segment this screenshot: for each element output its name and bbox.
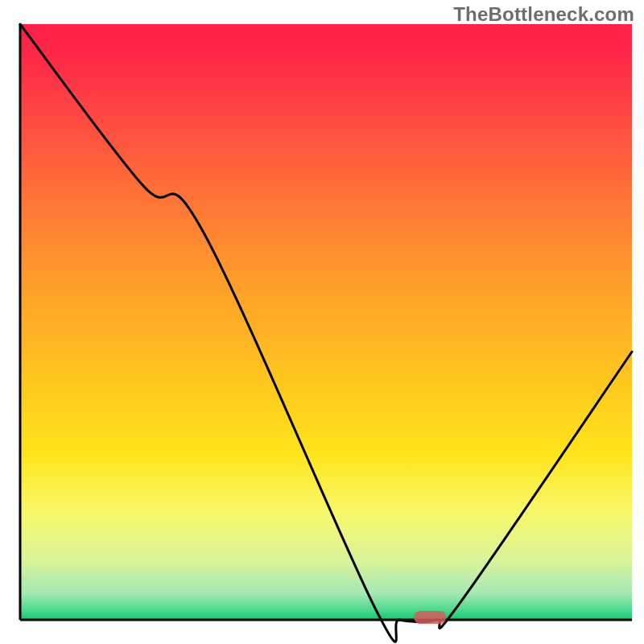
- bottleneck-chart: [0, 0, 644, 644]
- chart-container: TheBottleneck.com: [0, 0, 644, 644]
- plot-background: [20, 24, 632, 620]
- watermark-text: TheBottleneck.com: [453, 3, 634, 26]
- valley-marker: [414, 611, 446, 624]
